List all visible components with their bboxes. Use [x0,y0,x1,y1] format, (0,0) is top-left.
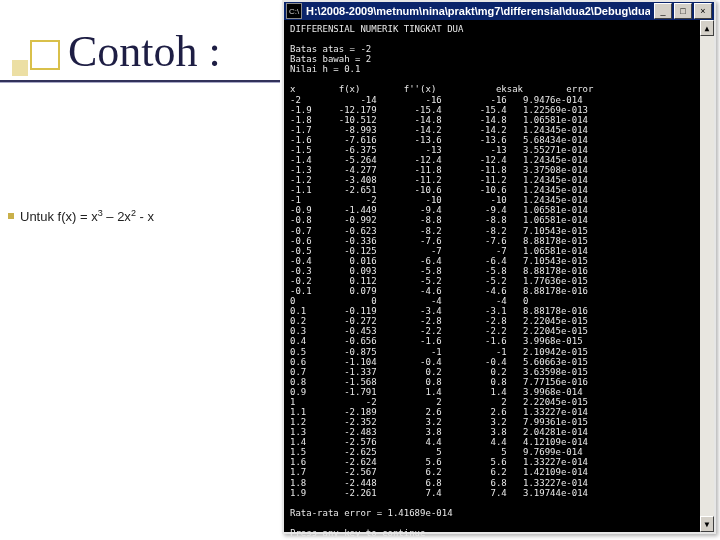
bullet-icon [8,213,14,219]
console-window: C:\ H:\2008-2009\metnum\nina\prakt\mg7\d… [282,0,716,534]
title-underline-shadow [0,82,280,83]
formula-text: Untuk f(x) = x3 – 2x2 - x [20,208,154,224]
minimize-button[interactable]: _ [654,3,672,19]
cmd-icon-label: C:\ [289,7,299,16]
titlebar[interactable]: C:\ H:\2008-2009\metnum\nina\prakt\mg7\d… [284,2,714,20]
formula-part3: - x [136,209,154,224]
vertical-scrollbar[interactable]: ▲ ▼ [700,20,714,532]
window-title: H:\2008-2009\metnum\nina\prakt\mg7\diffe… [306,5,650,17]
title-decor-square-outline [30,40,60,70]
cmd-icon: C:\ [286,3,302,19]
console-body: DIFFERENSIAL NUMERIK TINGKAT DUA Batas a… [284,20,714,540]
scroll-down-button[interactable]: ▼ [700,516,714,532]
scroll-track[interactable] [700,36,714,516]
slide-title: Contoh : [68,26,221,77]
formula-part1: Untuk f(x) = x [20,209,98,224]
close-button[interactable]: × [694,3,712,19]
formula-part2: – 2x [103,209,131,224]
maximize-button[interactable]: □ [674,3,692,19]
scroll-up-button[interactable]: ▲ [700,20,714,36]
title-decor-square-fill [12,60,28,76]
